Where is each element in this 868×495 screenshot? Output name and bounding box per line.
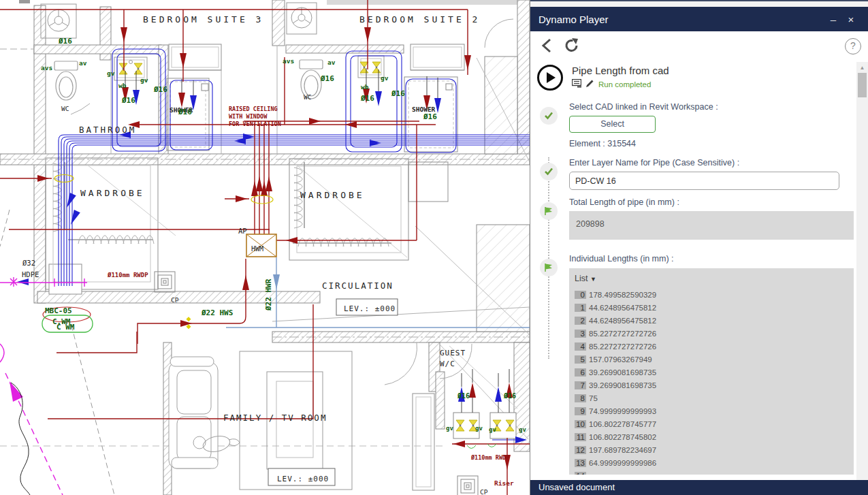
- layer-name-input[interactable]: [569, 172, 839, 190]
- cad-label: Riser: [494, 479, 514, 487]
- cad-label: avs: [283, 57, 294, 65]
- cad-label: LEV.: ±000: [344, 304, 396, 313]
- wash-basin: [114, 56, 384, 80]
- input-label: Select CAD linked in Revit Workspace :: [569, 102, 854, 112]
- wardrobe-rails: [65, 162, 391, 243]
- cad-label: Ø110mm RWDP: [470, 454, 509, 461]
- cad-label: FAMILY / TV ROOM: [223, 413, 327, 423]
- list-item: 639.2699081698735: [575, 366, 854, 379]
- list-item: 1364.9999999999986: [575, 456, 854, 469]
- cad-label: Ø16: [58, 37, 72, 46]
- cad-label: gv: [475, 425, 483, 432]
- cad-label: av: [79, 59, 87, 67]
- cad-label: Ø16: [457, 392, 470, 400]
- cad-label: Ø16: [121, 96, 135, 105]
- revit-window: BEDROOM SUITE 3BEDROOM SUITE 2Ø16avsavgv…: [0, 0, 868, 495]
- cad-label: gv: [107, 69, 115, 77]
- cad-label: WC: [304, 93, 311, 101]
- list-item: 0178.499582590329: [575, 288, 854, 301]
- input-check-icon: [540, 163, 558, 180]
- cad-label: Ø16: [423, 112, 437, 121]
- output-label: Individual Lengths (in mm) :: [569, 254, 854, 264]
- cad-label: gv: [140, 76, 148, 84]
- scrollbar-thumb[interactable]: [858, 73, 867, 97]
- ui-fragment: [19, 0, 30, 3]
- select-button[interactable]: Select: [569, 116, 656, 133]
- back-icon[interactable]: [540, 38, 553, 56]
- cad-label: Ø16: [178, 108, 192, 116]
- list-item: 875: [575, 392, 854, 404]
- cad-label: MBC-05: [45, 306, 72, 315]
- list-item: 10106.802278745777: [575, 417, 854, 430]
- cad-floor-plan[interactable]: BEDROOM SUITE 3BEDROOM SUITE 2Ø16avsavgv…: [0, 0, 530, 495]
- output-flag-icon: [540, 259, 558, 276]
- cad-label: gv: [446, 425, 453, 432]
- list-item-partial: 14: [575, 469, 854, 475]
- list-item: 144.6248956475812: [575, 301, 854, 314]
- panel-title-bar[interactable]: Dynamo Player – ×: [530, 7, 868, 31]
- edit-pencil-icon[interactable]: [585, 78, 594, 91]
- input-label: Enter Layer Name for Pipe (Case Sensitiv…: [569, 158, 854, 167]
- list-item: 739.2699081698735: [575, 379, 854, 392]
- cad-label: Ø110mm RWDP: [107, 272, 148, 278]
- output-section-total-length: Total Length of pipe (in mm) : 209898: [569, 197, 854, 240]
- cad-label: wb: [361, 83, 369, 91]
- cad-label: C WM: [57, 323, 75, 332]
- cad-label: HWM: [251, 245, 263, 253]
- cad-label: AP: [238, 227, 247, 235]
- list-item: 244.6248956475812: [575, 314, 854, 327]
- output-flag-icon: [540, 202, 558, 220]
- minimize-button[interactable]: –: [824, 14, 842, 25]
- valve-box: [453, 413, 516, 438]
- total-length-value: 209898: [569, 211, 854, 240]
- cad-label: Ø16: [503, 392, 516, 400]
- selected-element: Element : 315544: [569, 139, 854, 148]
- cad-label: BATHROOM: [79, 125, 136, 135]
- list-rows: 0178.499582590329144.6248956475812244.62…: [575, 288, 854, 475]
- cad-label: GUEST: [440, 349, 466, 357]
- cad-label: Ø16: [153, 85, 167, 94]
- cad-label: WARDROBE: [300, 190, 365, 200]
- list-item: 12197.689782234697: [575, 443, 854, 456]
- cad-label: Ø32: [22, 259, 35, 267]
- cad-label: W/C: [440, 360, 455, 368]
- input-check-icon: [540, 107, 558, 125]
- list-item: 485.2272727272726: [575, 340, 854, 353]
- dynamo-player-panel: Dynamo Player – × ? Pipe Length from cad: [530, 0, 868, 495]
- scroll-up-icon[interactable]: ▲: [856, 62, 868, 71]
- close-button[interactable]: ×: [842, 14, 860, 25]
- cad-view[interactable]: BEDROOM SUITE 3BEDROOM SUITE 2Ø16avsavgv…: [0, 0, 530, 495]
- cad-label: Ø16: [391, 89, 405, 98]
- cad-label: gv: [489, 426, 496, 433]
- list-item: 11106.802278745802: [575, 430, 854, 443]
- cad-label: av: [327, 59, 336, 66]
- play-button[interactable]: [537, 65, 563, 91]
- journal-icon[interactable]: [572, 78, 581, 91]
- help-icon[interactable]: ?: [845, 38, 861, 54]
- cad-label: wb: [118, 82, 127, 89]
- cad-label: CP: [171, 296, 179, 304]
- cad-label: Ø22 HWR: [264, 278, 273, 311]
- chevron-down-icon: ▼: [590, 276, 596, 283]
- list-item: 5157.07963267949: [575, 353, 854, 366]
- cad-label: BEDROOM SUITE 3: [143, 14, 263, 25]
- scrollbar[interactable]: ▲: [856, 62, 868, 480]
- list-item: 974.9999999999993: [575, 404, 854, 417]
- output-label: Total Length of pipe (in mm) :: [569, 197, 854, 207]
- cad-label: gv: [381, 74, 389, 82]
- output-section-individual-lengths: Individual Lengths (in mm) : List ▼ 0178…: [569, 254, 854, 475]
- refresh-icon[interactable]: [564, 38, 579, 56]
- cad-label: FOR VENTILATION: [229, 121, 281, 127]
- cad-label: CIRCULATION: [322, 281, 393, 291]
- cad-label: WARDROBE: [80, 188, 145, 198]
- view-top-strip: [327, 0, 530, 5]
- script-title: Pipe Length from cad: [572, 65, 669, 76]
- panel-toolbar: ?: [530, 31, 868, 63]
- document-status: Unsaved document: [539, 482, 615, 492]
- lengths-list-box: List ▼ 0178.499582590329144.624895647581…: [569, 268, 854, 475]
- list-dropdown[interactable]: List ▼: [575, 274, 854, 283]
- panel-top-strip: [530, 0, 868, 7]
- script-header: Pipe Length from cad Run completed: [537, 65, 669, 91]
- cad-label: HDPE: [22, 270, 39, 278]
- panel-content: Pipe Length from cad Run completed: [530, 62, 856, 480]
